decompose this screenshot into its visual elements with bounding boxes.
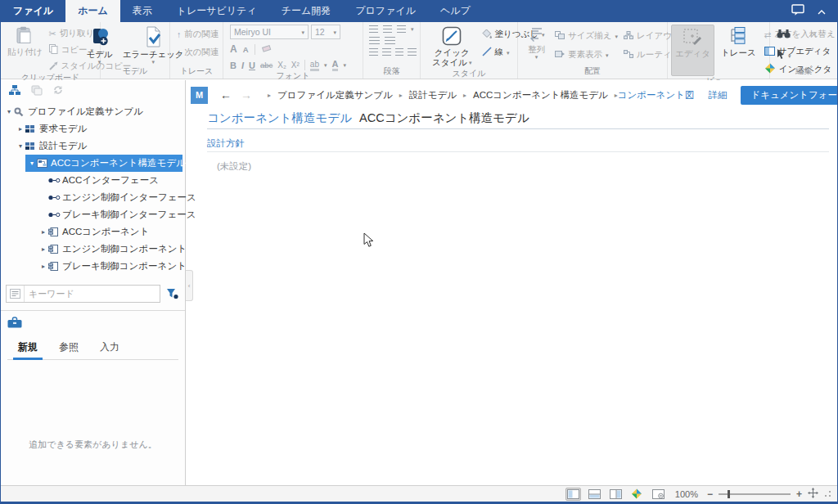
tree-item-label: 要求モデル [39, 123, 87, 135]
editor-view-button[interactable]: エディタ [671, 25, 714, 76]
highlight-color-button[interactable]: ab [310, 60, 319, 71]
tab-profile[interactable]: プロファイル [343, 0, 428, 22]
feedback-icon[interactable] [791, 4, 804, 18]
keyword-search-input[interactable] [25, 289, 160, 299]
tree-item-design-model[interactable]: ▾ 設計モデル [1, 137, 185, 155]
brush-icon [49, 61, 58, 72]
expander-icon[interactable]: ▸ [38, 263, 48, 270]
tab-help[interactable]: ヘルプ [428, 0, 483, 22]
quick-style-button[interactable]: クイック スタイル▾ [429, 25, 475, 69]
tab-traceability[interactable]: トレーサビリティ [164, 0, 269, 22]
tree-item-brake-interface[interactable]: ブレーキ制御インターフェース [1, 206, 185, 223]
expander-icon[interactable]: ▾ [16, 142, 25, 150]
numbered-list-icon[interactable] [383, 25, 392, 33]
vertical-split-icon[interactable] [608, 488, 624, 501]
tab-home[interactable]: ホーム [65, 0, 120, 22]
view-detail-link[interactable]: 詳細 [708, 89, 727, 101]
align-button[interactable]: 整列 ▾ [525, 25, 548, 66]
breadcrumb-item[interactable]: プロファイル定義サンプル [277, 89, 393, 101]
toolbox-tab-new[interactable]: 新規 [7, 337, 48, 359]
breadcrumb-item[interactable]: ACCコンポーネント構造モデル [473, 89, 608, 101]
tree-item-acc-interface[interactable]: ACCインターフェース [1, 172, 185, 189]
section-heading[interactable]: 設計方針 [207, 137, 245, 150]
sync-relations-icon[interactable] [52, 84, 64, 99]
shrink-font-button[interactable]: A [243, 45, 249, 54]
subscript-button[interactable]: X₂ [277, 61, 286, 70]
quick-style-icon [442, 26, 462, 47]
zoom-out-button[interactable]: − [707, 488, 713, 500]
model-tree-icon[interactable] [8, 84, 21, 99]
decrease-indent-icon[interactable] [369, 37, 380, 44]
expander-icon[interactable]: ▾ [4, 108, 14, 115]
toolbox-tab-input[interactable]: 入力 [89, 337, 130, 359]
align-center-icon[interactable] [382, 48, 391, 56]
model-button[interactable]: モデル ▾ [83, 25, 115, 66]
font-size-select[interactable]: 12▾ [311, 25, 340, 39]
tree-item-brake-component[interactable]: ▸ ブレーキ制御コンポーネント [1, 258, 185, 275]
expander-icon[interactable]: ▸ [38, 245, 48, 253]
font-family-select[interactable]: Meiryo UI▾ [230, 25, 309, 39]
view-document-form-button[interactable]: ドキュメントフォーム [741, 86, 838, 105]
align-justify-icon[interactable] [408, 48, 417, 56]
prev-relation-button[interactable]: ↑前の関連 [175, 28, 219, 41]
collapse-ribbon-icon[interactable] [818, 6, 826, 17]
resize-grip[interactable] [824, 490, 831, 497]
horizontal-split-icon[interactable] [587, 488, 602, 501]
strikethrough-button[interactable]: abc [260, 61, 273, 70]
close-icon[interactable]: ✕ [810, 29, 818, 40]
font-color-button[interactable]: A [332, 59, 339, 71]
bold-button[interactable]: B [230, 61, 237, 70]
search-filter-icon[interactable] [164, 288, 180, 299]
single-pane-icon[interactable] [565, 488, 581, 501]
tree-item-engine-interface[interactable]: エンジン制御インターフェース [1, 189, 185, 206]
layers-icon[interactable] [31, 84, 43, 99]
breadcrumb-item[interactable]: 設計モデル [409, 89, 457, 101]
ribbon-group-trace: ↑前の関連 ↓次の関連 トレース [170, 22, 223, 79]
subeditor-toggle-icon[interactable] [651, 488, 666, 501]
zoom-slider[interactable] [719, 493, 791, 495]
paste-button[interactable]: 貼り付け [4, 25, 46, 73]
tree-item-engine-component[interactable]: ▸ エンジン制御コンポーネント [1, 241, 185, 258]
element-display-button[interactable]: 要素表示▾ [553, 48, 612, 61]
tab-view[interactable]: 表示 [120, 0, 164, 22]
trace-view-button[interactable]: トレース [718, 25, 759, 76]
view-component-diagram-link[interactable]: コンポーネント図 [618, 89, 695, 101]
bullet-list-icon[interactable] [369, 25, 378, 33]
zoom-slider-thumb[interactable] [728, 490, 730, 498]
expander-icon[interactable]: ▾ [27, 160, 37, 167]
keyword-search-box[interactable] [6, 285, 160, 303]
next-relation-button[interactable]: ↓次の関連 [175, 46, 219, 59]
fit-to-screen-icon[interactable] [808, 488, 818, 500]
toolbox-tab-reference[interactable]: 参照 [48, 337, 89, 359]
tab-file[interactable]: ファイル [1, 0, 65, 22]
tree-item-profile-sample[interactable]: ▾ プロファイル定義サンプル [1, 103, 185, 120]
expander-icon[interactable]: ▸ [16, 125, 25, 133]
zoom-in-button[interactable]: + [796, 488, 802, 500]
font-family-value: Meiryo UI [234, 27, 271, 37]
interface-icon [48, 194, 62, 201]
align-left-icon[interactable] [369, 48, 378, 56]
expander-icon[interactable]: ▸ [38, 228, 48, 236]
panel-splitter-handle[interactable]: ‹ [186, 270, 193, 301]
toolbox-panel: 新規 参照 入力 [1, 310, 185, 360]
inspector-toggle-icon[interactable] [629, 488, 645, 501]
tab-team[interactable]: チーム開発 [269, 0, 344, 22]
tree-item-acc-component[interactable]: ▸ ACCコンポーネント [1, 223, 185, 241]
increase-indent-icon[interactable] [385, 37, 395, 44]
multilevel-list-icon[interactable] [397, 25, 406, 33]
search-type-icon[interactable] [7, 286, 25, 302]
align-right-icon[interactable] [395, 48, 404, 56]
search-binoculars-icon[interactable] [777, 27, 791, 42]
underline-button[interactable]: U [249, 61, 255, 70]
superscript-button[interactable]: X² [291, 61, 300, 70]
select-cursor-icon[interactable] [777, 48, 785, 63]
tree-item-requirement-model[interactable]: ▸ 要求モデル [1, 120, 185, 137]
model-type-label: コンポーネント構造モデル [207, 110, 352, 126]
tree-item-acc-structure-model[interactable]: ▾ ACCコンポーネント構造モデル [1, 155, 185, 172]
clear-format-icon[interactable] [261, 42, 272, 56]
field-value-unset[interactable]: (未設定) [217, 160, 251, 173]
grow-font-button[interactable]: A [230, 43, 237, 55]
back-icon[interactable]: ← [220, 89, 232, 101]
italic-button[interactable]: I [241, 61, 244, 70]
size-align-button[interactable]: サイズ揃え▾ [553, 29, 612, 43]
